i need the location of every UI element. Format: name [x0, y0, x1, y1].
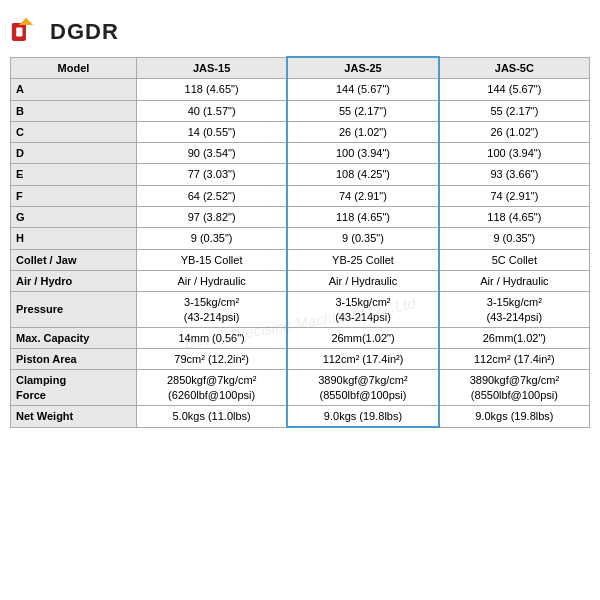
row-label: Net Weight	[11, 406, 137, 428]
table-row: Clamping Force2850kgf@7kg/cm² (6260lbf@1…	[11, 370, 590, 406]
cell-jas25: Air / Hydraulic	[287, 270, 438, 291]
cell-jas25: 3-15kg/cm² (43-214psi)	[287, 292, 438, 328]
row-label: Air / Hydro	[11, 270, 137, 291]
cell-jas15: 3-15kg/cm² (43-214psi)	[137, 292, 288, 328]
cell-jas25: 9 (0.35")	[287, 228, 438, 249]
logo-text: DGDR	[50, 19, 119, 45]
row-label: B	[11, 100, 137, 121]
table-row: E77 (3.03")108 (4.25")93 (3.66")	[11, 164, 590, 185]
cell-jas5c: 100 (3.94")	[439, 143, 590, 164]
row-label: Clamping Force	[11, 370, 137, 406]
cell-jas15: 97 (3.82")	[137, 207, 288, 228]
row-label: Pressure	[11, 292, 137, 328]
table-row: Net Weight5.0kgs (11.0lbs)9.0kgs (19.8lb…	[11, 406, 590, 428]
cell-jas5c: 93 (3.66")	[439, 164, 590, 185]
table-container: Devny Precision Machinery Co.,Ltd Model …	[10, 56, 590, 590]
cell-jas15: YB-15 Collet	[137, 249, 288, 270]
cell-jas15: 9 (0.35")	[137, 228, 288, 249]
svg-rect-1	[16, 28, 22, 37]
cell-jas15: 90 (3.54")	[137, 143, 288, 164]
cell-jas15: Air / Hydraulic	[137, 270, 288, 291]
cell-jas5c: 5C Collet	[439, 249, 590, 270]
col-header-model: Model	[11, 57, 137, 79]
table-row: Air / HydroAir / HydraulicAir / Hydrauli…	[11, 270, 590, 291]
cell-jas5c: 55 (2.17")	[439, 100, 590, 121]
table-row: H9 (0.35")9 (0.35")9 (0.35")	[11, 228, 590, 249]
row-label: H	[11, 228, 137, 249]
cell-jas25: 74 (2.91")	[287, 185, 438, 206]
table-row: Piston Area79cm² (12.2in²)112cm² (17.4in…	[11, 349, 590, 370]
svg-marker-2	[19, 18, 33, 25]
row-label: D	[11, 143, 137, 164]
cell-jas5c: 118 (4.65")	[439, 207, 590, 228]
row-label: G	[11, 207, 137, 228]
dgdr-logo-icon	[10, 16, 42, 48]
row-label: E	[11, 164, 137, 185]
table-row: C14 (0.55")26 (1.02")26 (1.02")	[11, 121, 590, 142]
table-row: D90 (3.54")100 (3.94")100 (3.94")	[11, 143, 590, 164]
cell-jas5c: 9.0kgs (19.8lbs)	[439, 406, 590, 428]
cell-jas25: 3890kgf@7kg/cm² (8550lbf@100psi)	[287, 370, 438, 406]
table-row: G97 (3.82")118 (4.65")118 (4.65")	[11, 207, 590, 228]
cell-jas5c: Air / Hydraulic	[439, 270, 590, 291]
table-row: Pressure3-15kg/cm² (43-214psi)3-15kg/cm²…	[11, 292, 590, 328]
cell-jas5c: 26 (1.02")	[439, 121, 590, 142]
cell-jas15: 2850kgf@7kg/cm² (6260lbf@100psi)	[137, 370, 288, 406]
header: DGDR	[10, 10, 590, 56]
cell-jas25: 112cm² (17.4in²)	[287, 349, 438, 370]
cell-jas5c: 3890kgf@7kg/cm² (8550lbf@100psi)	[439, 370, 590, 406]
cell-jas25: 9.0kgs (19.8lbs)	[287, 406, 438, 428]
cell-jas5c: 9 (0.35")	[439, 228, 590, 249]
cell-jas25: 26mm(1.02")	[287, 327, 438, 348]
cell-jas15: 14 (0.55")	[137, 121, 288, 142]
cell-jas5c: 26mm(1.02")	[439, 327, 590, 348]
cell-jas15: 79cm² (12.2in²)	[137, 349, 288, 370]
cell-jas15: 77 (3.03")	[137, 164, 288, 185]
cell-jas15: 14mm (0.56")	[137, 327, 288, 348]
cell-jas5c: 144 (5.67")	[439, 79, 590, 100]
cell-jas15: 5.0kgs (11.0lbs)	[137, 406, 288, 428]
cell-jas15: 118 (4.65")	[137, 79, 288, 100]
col-header-jas5c: JAS-5C	[439, 57, 590, 79]
col-header-jas15: JAS-15	[137, 57, 288, 79]
table-header-row: Model JAS-15 JAS-25 JAS-5C	[11, 57, 590, 79]
row-label: A	[11, 79, 137, 100]
table-row: F64 (2.52")74 (2.91")74 (2.91")	[11, 185, 590, 206]
row-label: F	[11, 185, 137, 206]
table-row: Collet / JawYB-15 ColletYB-25 Collet5C C…	[11, 249, 590, 270]
cell-jas15: 40 (1.57")	[137, 100, 288, 121]
row-label: Collet / Jaw	[11, 249, 137, 270]
row-label: C	[11, 121, 137, 142]
cell-jas5c: 74 (2.91")	[439, 185, 590, 206]
table-row: B40 (1.57")55 (2.17")55 (2.17")	[11, 100, 590, 121]
cell-jas5c: 112cm² (17.4in²)	[439, 349, 590, 370]
cell-jas5c: 3-15kg/cm² (43-214psi)	[439, 292, 590, 328]
cell-jas25: 100 (3.94")	[287, 143, 438, 164]
cell-jas25: 108 (4.25")	[287, 164, 438, 185]
specs-table: Model JAS-15 JAS-25 JAS-5C A118 (4.65")1…	[10, 56, 590, 428]
row-label: Piston Area	[11, 349, 137, 370]
cell-jas25: 144 (5.67")	[287, 79, 438, 100]
table-row: A118 (4.65")144 (5.67")144 (5.67")	[11, 79, 590, 100]
cell-jas15: 64 (2.52")	[137, 185, 288, 206]
cell-jas25: 55 (2.17")	[287, 100, 438, 121]
cell-jas25: 118 (4.65")	[287, 207, 438, 228]
cell-jas25: 26 (1.02")	[287, 121, 438, 142]
cell-jas25: YB-25 Collet	[287, 249, 438, 270]
col-header-jas25: JAS-25	[287, 57, 438, 79]
table-row: Max. Capacity14mm (0.56")26mm(1.02")26mm…	[11, 327, 590, 348]
row-label: Max. Capacity	[11, 327, 137, 348]
